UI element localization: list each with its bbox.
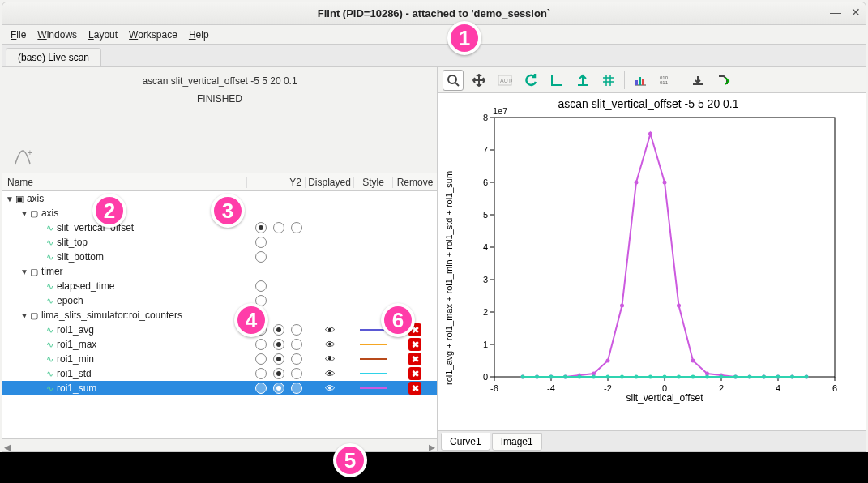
radio-y2[interactable] <box>291 222 302 233</box>
tree-toggle[interactable]: ▼ <box>20 209 28 218</box>
radio-x[interactable] <box>255 353 267 365</box>
radio-y1[interactable] <box>273 353 284 365</box>
signal-icon: ∿ <box>46 340 53 350</box>
scroll-right-icon[interactable]: ▸ <box>429 439 435 451</box>
svg-point-52 <box>648 132 652 136</box>
remove-button[interactable]: ✖ <box>408 382 421 395</box>
col-displayed[interactable]: Displayed <box>306 177 354 188</box>
histogram-icon[interactable] <box>630 70 651 91</box>
tree-item[interactable]: roi1_sum <box>57 383 96 394</box>
tree-toggle[interactable]: ▼ <box>20 311 28 320</box>
col-style[interactable]: Style <box>354 177 393 188</box>
tree-toggle[interactable]: ▼ <box>20 267 28 276</box>
svg-text:2: 2 <box>483 307 488 317</box>
radio-x[interactable] <box>255 237 267 248</box>
remove-button[interactable]: ✖ <box>408 338 421 351</box>
refresh-icon[interactable] <box>520 70 541 91</box>
menu-help[interactable]: Help <box>189 29 209 41</box>
svg-point-51 <box>635 181 639 185</box>
tab-curve[interactable]: Curve1 <box>441 433 490 451</box>
menu-file[interactable]: File <box>11 29 26 41</box>
tree-item[interactable]: roi1_min <box>57 353 94 365</box>
svg-point-54 <box>677 304 681 308</box>
callout-4: 4 <box>234 303 268 337</box>
svg-point-71 <box>620 375 624 379</box>
remove-button[interactable]: ✖ <box>408 367 421 380</box>
radio-x[interactable] <box>255 280 267 292</box>
radio-y1[interactable] <box>273 383 284 394</box>
minimize-icon[interactable]: — <box>830 6 841 19</box>
radio-y1[interactable] <box>273 339 284 350</box>
import-icon[interactable] <box>687 70 708 91</box>
style-swatch[interactable] <box>360 387 387 389</box>
tree-item[interactable]: roi1_max <box>57 339 96 350</box>
left-panel: ascan slit_vertical_offset -5 5 20 0.1 F… <box>2 67 438 451</box>
svg-point-70 <box>606 375 610 379</box>
eye-icon[interactable]: 👁 <box>325 324 336 336</box>
radio-y2[interactable] <box>291 383 302 394</box>
tree-item[interactable]: roi1_std <box>57 368 92 379</box>
tree-item[interactable]: elapsed_time <box>57 280 114 292</box>
eye-icon[interactable]: 👁 <box>325 383 336 395</box>
doc-tab[interactable]: (base) Live scan <box>6 48 101 66</box>
tree-body[interactable]: ▼▣axis ▼▢axis ∿slit_vertical_offset ∿sli… <box>2 191 437 438</box>
binary-icon[interactable]: 010011 <box>656 70 677 91</box>
svg-rect-5 <box>635 80 638 85</box>
radio-y1[interactable] <box>273 324 284 336</box>
col-remove[interactable]: Remove <box>393 177 437 188</box>
close-icon[interactable]: ✕ <box>851 6 861 19</box>
pan-icon[interactable] <box>468 70 490 91</box>
col-name[interactable]: Name <box>2 177 247 188</box>
radio-x[interactable] <box>255 251 267 263</box>
tree-toggle[interactable]: ▼ <box>6 194 14 203</box>
tree-item[interactable]: slit_bottom <box>57 251 104 263</box>
eye-icon[interactable]: 👁 <box>325 368 336 380</box>
axes-icon[interactable] <box>546 70 567 91</box>
zoom-icon[interactable] <box>443 70 464 91</box>
scroll-left-icon[interactable]: ◂ <box>4 439 11 451</box>
export-icon[interactable] <box>713 70 734 91</box>
menu-workspace[interactable]: Workspace <box>129 29 177 41</box>
signal-icon: ∿ <box>46 325 53 336</box>
svg-text:0: 0 <box>483 372 488 382</box>
style-swatch[interactable] <box>360 344 387 345</box>
eye-icon[interactable]: 👁 <box>325 353 336 365</box>
svg-point-69 <box>592 375 596 379</box>
grid-icon[interactable] <box>598 70 619 91</box>
tree-item[interactable]: roi1_avg <box>57 324 94 336</box>
radio-x[interactable] <box>255 339 267 350</box>
radio-x[interactable] <box>255 368 267 379</box>
style-swatch[interactable] <box>360 373 387 374</box>
radio-y1[interactable] <box>273 368 284 379</box>
add-peak-icon[interactable]: + <box>14 149 32 169</box>
tree-group-label: axis <box>41 207 58 219</box>
radio-x[interactable] <box>255 222 267 233</box>
col-y2[interactable]: Y2 <box>286 177 306 188</box>
callout-3: 3 <box>211 194 245 228</box>
radio-y2[interactable] <box>291 324 302 336</box>
tree-item[interactable]: slit_top <box>57 237 88 248</box>
radio-y2[interactable] <box>291 353 302 365</box>
titlebar[interactable]: Flint (PID=10286) - attached to 'demo_se… <box>2 2 866 25</box>
radio-x[interactable] <box>255 383 267 394</box>
tree-item[interactable]: epoch <box>57 295 83 306</box>
marker-icon[interactable] <box>572 70 593 91</box>
zoom-rect-icon[interactable]: AUTO <box>494 70 515 91</box>
radio-y2[interactable] <box>291 339 302 350</box>
svg-point-76 <box>691 375 695 379</box>
eye-icon[interactable]: 👁 <box>325 339 336 351</box>
remove-button[interactable]: ✖ <box>408 353 421 365</box>
tab-image[interactable]: Image1 <box>492 433 542 451</box>
svg-text:0: 0 <box>662 383 667 393</box>
menu-layout[interactable]: Layout <box>88 29 118 41</box>
radio-y1[interactable] <box>273 222 284 233</box>
menu-windows[interactable]: Windows <box>37 29 77 41</box>
plot-area[interactable]: roi1_avg + roi1_max + roi1_min + roi1_st… <box>438 93 866 430</box>
svg-point-82 <box>776 375 780 379</box>
radio-y2[interactable] <box>291 368 302 379</box>
tree-item[interactable]: slit_vertical_offset <box>57 222 134 233</box>
style-swatch[interactable] <box>360 358 387 360</box>
signal-icon: ∿ <box>46 369 53 379</box>
svg-text:-2: -2 <box>604 383 612 393</box>
svg-point-75 <box>677 375 681 379</box>
